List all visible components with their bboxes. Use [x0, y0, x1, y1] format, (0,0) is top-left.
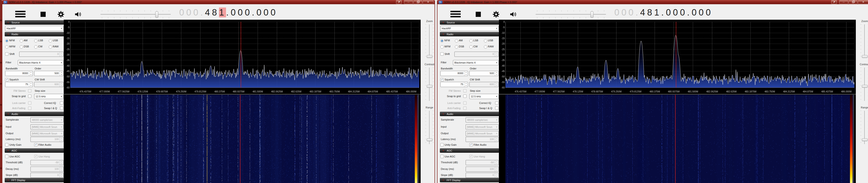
radio-mode-usb[interactable] [484, 39, 487, 43]
shift-checkbox[interactable] [440, 52, 443, 56]
filter-dropdown[interactable]: Blackman-Harris 4▼ [18, 60, 63, 65]
radio-mode-lsb[interactable] [34, 39, 37, 43]
speaker-icon[interactable] [510, 11, 517, 18]
bandwidth-input[interactable]: 8000▲▼ [440, 71, 468, 76]
squelch-input[interactable]: 75▲▼ [440, 82, 468, 87]
range-slider[interactable] [424, 111, 435, 144]
sdrsharp-window-left[interactable]: ∿ SDR# v1.0.0.1328 - IQ Imbalance: Gain … [2, 0, 435, 183]
unity-gain-checkbox[interactable] [440, 143, 443, 147]
frequency-display[interactable]: 000.481.000.000 [179, 7, 278, 19]
unity-gain-checkbox[interactable] [5, 143, 8, 147]
panel-header-radio[interactable]: ▼Radio [440, 32, 499, 36]
close-button[interactable]: ✕ [858, 0, 868, 4]
sdrsharp-window-right[interactable]: ∿ SDR# v1.0.0.1328 - IQ Imbalance: Gain … [437, 0, 868, 183]
panel-header-fft-display[interactable]: ▼FFT Display [440, 178, 499, 182]
range-slider-thumb[interactable] [862, 138, 868, 141]
stop-button[interactable] [476, 12, 481, 17]
contrast-slider[interactable] [424, 68, 435, 101]
snap-to-grid-checkbox[interactable] [463, 95, 467, 98]
range-slider-thumb[interactable] [427, 138, 432, 141]
pin-icon[interactable] [396, 0, 402, 4]
filter-audio-checkbox[interactable]: ✓ [34, 143, 37, 147]
menu-button[interactable] [15, 11, 26, 17]
radio-mode-wfm[interactable] [440, 45, 443, 49]
cw-shift-input[interactable]: 600▲▼ [34, 82, 63, 87]
shift-checkbox[interactable] [5, 52, 8, 56]
gear-icon[interactable] [57, 11, 64, 18]
waterfall-display[interactable] [70, 95, 418, 183]
squelch-checkbox[interactable]: ✓ [440, 78, 443, 81]
shift-input[interactable]: 0▲▼ [19, 52, 63, 57]
minimize-button[interactable]: — [404, 0, 413, 4]
close-button[interactable]: ✕ [423, 0, 434, 4]
pin-icon[interactable] [831, 0, 837, 4]
panel-header-agc[interactable]: ▼AGC [440, 148, 499, 153]
shift-input[interactable]: 0▲▼ [454, 52, 499, 57]
zoom-slider[interactable] [859, 24, 868, 58]
frequency-dim-digits[interactable]: 000. [179, 7, 205, 17]
contrast-slider-thumb[interactable] [427, 85, 432, 88]
zoom-slider-thumb[interactable] [862, 55, 868, 58]
radio-mode-usb[interactable] [49, 39, 52, 43]
panel-header-source[interactable]: ▼Source [440, 20, 499, 25]
volume-slider[interactable] [536, 11, 606, 18]
radio-mode-dsb[interactable] [20, 45, 23, 49]
radio-mode-nfm[interactable] [5, 39, 8, 43]
order-input[interactable]: 500▲▼ [34, 71, 63, 76]
frequency-cursor-digit[interactable]: 1 [219, 7, 226, 17]
contrast-slider-thumb[interactable] [862, 85, 868, 88]
correct-iq-checkbox[interactable] [60, 101, 63, 105]
fft-spectrum-display[interactable] [64, 20, 421, 94]
waterfall-display[interactable] [505, 95, 854, 183]
zoom-slider[interactable] [424, 24, 435, 58]
zoom-slider-thumb[interactable] [427, 55, 432, 58]
order-input[interactable]: 500▲▼ [469, 71, 499, 76]
panel-header-fft-display[interactable]: ▼FFT Display [5, 178, 64, 182]
radio-mode-dsb[interactable] [455, 45, 458, 49]
source-device-dropdown[interactable]: HackRF▼ [5, 26, 63, 31]
filter-dropdown[interactable]: Blackman-Harris 4▼ [453, 60, 499, 65]
frequency-digits[interactable]: 481.000.000 [640, 7, 713, 17]
panel-header-audio[interactable]: ▼Audio [5, 112, 64, 116]
radio-mode-am[interactable] [20, 39, 23, 43]
radio-mode-wfm[interactable] [5, 45, 8, 49]
radio-mode-raw[interactable] [49, 45, 52, 49]
minimize-button[interactable]: — [839, 0, 848, 4]
volume-slider-thumb[interactable] [155, 11, 158, 18]
contrast-slider[interactable] [859, 68, 868, 101]
bandwidth-input[interactable]: 8000▲▼ [5, 71, 33, 76]
radio-mode-am[interactable] [455, 39, 458, 43]
restore-button[interactable] [413, 0, 422, 4]
menu-button[interactable] [451, 11, 461, 17]
step-size-dropdown[interactable]: 12.5 kHz▼ [34, 94, 63, 99]
frequency-dim-digits[interactable]: 000. [614, 7, 640, 17]
frequency-display[interactable]: 000.481.000.000 [614, 7, 713, 19]
use-agc-checkbox[interactable] [5, 155, 8, 158]
frequency-digits[interactable]: 48 [205, 7, 219, 17]
step-size-dropdown[interactable]: 12.5 kHz▼ [469, 94, 499, 99]
title-bar[interactable]: ∿ SDR# v1.0.0.1328 - IQ Imbalance: Gain … [2, 0, 434, 4]
source-device-dropdown[interactable]: HackRF▼ [440, 26, 499, 31]
swap-iq-checkbox[interactable] [60, 106, 63, 110]
radio-mode-cw[interactable] [469, 45, 473, 49]
speaker-icon[interactable] [74, 11, 82, 18]
panel-header-audio[interactable]: ▼Audio [440, 112, 499, 116]
filter-audio-checkbox[interactable]: ✓ [469, 143, 473, 147]
swap-iq-checkbox[interactable] [495, 106, 498, 110]
frequency-digits-tail[interactable]: .000.000 [226, 7, 278, 17]
range-slider[interactable] [859, 111, 868, 144]
fft-spectrum-display[interactable] [499, 20, 856, 94]
radio-mode-cw[interactable] [34, 45, 37, 49]
correct-iq-checkbox[interactable] [495, 101, 498, 105]
squelch-input[interactable]: 75▲▼ [5, 82, 33, 87]
snap-to-grid-checkbox[interactable] [28, 95, 31, 98]
restore-button[interactable] [848, 0, 858, 4]
panel-header-radio[interactable]: ▼Radio [5, 32, 64, 36]
panel-header-source[interactable]: ▼Source [5, 20, 64, 25]
title-bar[interactable]: ∿ SDR# v1.0.0.1328 - IQ Imbalance: Gain … [437, 0, 868, 4]
use-agc-checkbox[interactable] [440, 155, 443, 158]
squelch-checkbox[interactable]: ✓ [5, 78, 8, 81]
cw-shift-input[interactable]: 600▲▼ [469, 82, 499, 87]
radio-mode-nfm[interactable] [440, 39, 443, 43]
panel-header-agc[interactable]: ▼AGC [5, 148, 64, 153]
